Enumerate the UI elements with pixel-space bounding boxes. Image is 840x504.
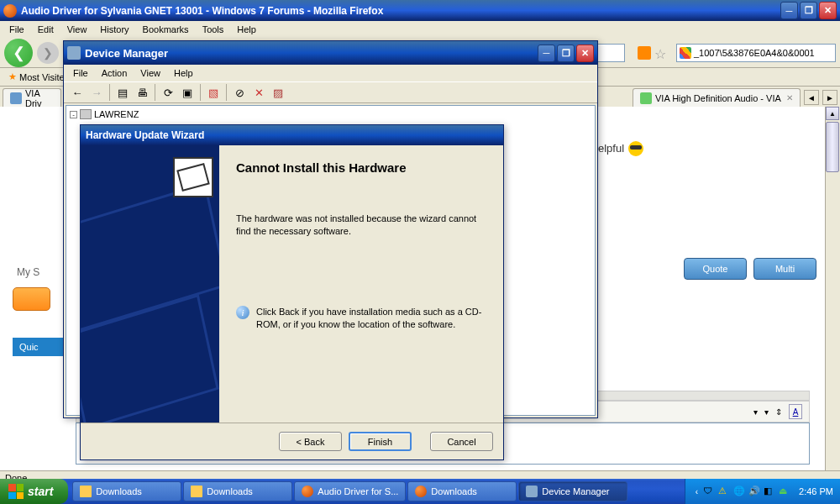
tool-enable-icon[interactable]: ✕ bbox=[249, 83, 268, 102]
devmgr-menubar: File Action View Help bbox=[64, 65, 597, 81]
wizard-message: The hardware was not installed because t… bbox=[236, 213, 486, 239]
google-icon bbox=[680, 47, 691, 59]
tray-alert-icon[interactable]: ⚠ bbox=[718, 486, 730, 497]
quick-bar: Quic bbox=[13, 338, 63, 356]
back-button[interactable]: < Back bbox=[279, 432, 342, 451]
editor-dropdown[interactable]: ▾ bbox=[753, 407, 758, 417]
tool-properties-icon[interactable]: ▤ bbox=[113, 83, 132, 102]
devmgr-toolbar: ← → ▤ 🖶 ⟳ ▣ ▧ ⊘ ✕ ▨ bbox=[64, 81, 597, 103]
tab-via-driver[interactable]: VIA Driv bbox=[3, 88, 61, 107]
tree-collapse-icon[interactable]: - bbox=[70, 111, 77, 118]
windows-logo-icon bbox=[8, 484, 24, 499]
menu-file[interactable]: File bbox=[3, 23, 31, 36]
hardware-wizard-dialog: Hardware Update Wizard Cannot Install th… bbox=[80, 124, 504, 460]
scroll-up-icon[interactable]: ▲ bbox=[826, 107, 839, 120]
cancel-button[interactable]: Cancel bbox=[430, 432, 493, 451]
maximize-button[interactable]: ❐ bbox=[800, 2, 817, 19]
tray-app-icon[interactable]: ◧ bbox=[764, 486, 775, 497]
tab-prev[interactable]: ◄ bbox=[804, 90, 819, 105]
firefox-icon bbox=[3, 4, 17, 18]
folder-icon bbox=[80, 486, 92, 497]
editor-expand-icon[interactable]: ⇕ bbox=[775, 407, 782, 417]
devmgr-icon bbox=[526, 486, 538, 497]
menu-bookmarks[interactable]: Bookmarks bbox=[136, 23, 196, 36]
firefox-icon bbox=[415, 486, 427, 497]
taskbar-downloads-2[interactable]: Downloads bbox=[183, 481, 292, 501]
start-button[interactable]: start bbox=[0, 479, 68, 504]
tab-next[interactable]: ► bbox=[822, 90, 837, 105]
tool-back-icon[interactable]: ← bbox=[68, 83, 87, 102]
taskbar-downloads-1[interactable]: Downloads bbox=[72, 481, 181, 501]
taskbar-items: Downloads Downloads Audio Driver for S..… bbox=[68, 480, 684, 502]
taskbar-firefox-downloads[interactable]: Downloads bbox=[407, 481, 517, 501]
devmgr-title: Device Manager bbox=[85, 47, 538, 60]
menu-history[interactable]: History bbox=[93, 23, 135, 36]
finish-button[interactable]: Finish bbox=[349, 432, 412, 451]
tray-network-icon[interactable]: 🌐 bbox=[733, 486, 745, 497]
tray-expand-icon[interactable]: ‹ bbox=[696, 487, 698, 496]
firefox-menubar: File Edit View History Bookmarks Tools H… bbox=[0, 21, 840, 38]
menu-action[interactable]: Action bbox=[95, 66, 134, 80]
wizard-titlebar[interactable]: Hardware Update Wizard bbox=[81, 125, 503, 145]
maximize-button[interactable]: ❐ bbox=[557, 45, 575, 62]
star-icon[interactable]: ☆ bbox=[654, 46, 668, 60]
tray-safely-remove-icon[interactable]: ⏏ bbox=[779, 486, 790, 497]
minimize-button[interactable]: ─ bbox=[538, 45, 555, 62]
menu-tools[interactable]: Tools bbox=[196, 23, 231, 36]
tool-scan-icon[interactable]: ⟳ bbox=[159, 83, 177, 102]
menu-view[interactable]: View bbox=[60, 23, 94, 36]
back-button[interactable]: ❮ bbox=[4, 39, 33, 67]
menu-file[interactable]: File bbox=[66, 66, 95, 80]
quote-button[interactable]: Quote bbox=[684, 258, 747, 280]
search-box[interactable]: _1007\5&3876E0A4&0&0001 bbox=[676, 44, 836, 62]
close-button[interactable]: ✕ bbox=[819, 2, 837, 19]
tab-icon bbox=[640, 92, 652, 104]
system-tray: ‹ 🛡 ⚠ 🌐 🔊 ◧ ⏏ 2:46 PM bbox=[685, 479, 840, 504]
computer-icon bbox=[80, 109, 92, 119]
wizard-buttons: < Back Finish Cancel bbox=[81, 423, 503, 459]
info-icon: i bbox=[236, 306, 249, 319]
close-button[interactable]: ✕ bbox=[576, 45, 594, 62]
forward-button[interactable]: ❯ bbox=[37, 42, 59, 64]
multi-button[interactable]: Multi bbox=[753, 258, 816, 280]
menu-help[interactable]: Help bbox=[230, 23, 263, 36]
tool-update-icon[interactable]: ▣ bbox=[178, 83, 197, 102]
tree-root-node[interactable]: - LAWRENZ bbox=[69, 108, 592, 120]
wizard-heading: Cannot Install this Hardware bbox=[236, 160, 486, 175]
editor-size[interactable]: ▾ bbox=[764, 407, 769, 417]
bookmark-star-icon: ★ bbox=[8, 71, 17, 82]
taskbar-firefox-audio[interactable]: Audio Driver for S... bbox=[294, 481, 406, 501]
tool-legacy-icon[interactable]: ▨ bbox=[269, 83, 287, 102]
menu-edit[interactable]: Edit bbox=[31, 23, 60, 36]
rss-icon[interactable] bbox=[638, 46, 651, 60]
taskbar: start Downloads Downloads Audio Driver f… bbox=[0, 479, 840, 504]
tray-volume-icon[interactable]: 🔊 bbox=[748, 486, 760, 497]
folder-icon bbox=[191, 486, 202, 497]
firefox-titlebar[interactable]: Audio Driver for Sylvania GNET 13001 - W… bbox=[0, 0, 840, 21]
minimize-button[interactable]: ─ bbox=[780, 2, 798, 19]
font-color-button[interactable]: A bbox=[789, 404, 802, 419]
tool-disable-icon[interactable]: ⊘ bbox=[230, 83, 249, 102]
devmgr-titlebar[interactable]: Device Manager ─ ❐ ✕ bbox=[64, 41, 597, 65]
sunglasses-emoji-icon bbox=[628, 141, 643, 156]
tab-via-audio[interactable]: VIA High Definition Audio - VIA VT33... … bbox=[633, 88, 801, 107]
wizard-sidebar bbox=[81, 145, 219, 423]
vertical-scrollbar[interactable]: ▲ bbox=[825, 107, 840, 470]
menu-view[interactable]: View bbox=[134, 66, 167, 80]
helpful-text: elpful bbox=[598, 142, 624, 155]
reply-button[interactable] bbox=[13, 287, 50, 311]
tab-icon bbox=[10, 92, 22, 104]
taskbar-device-manager[interactable]: Device Manager bbox=[518, 481, 627, 501]
search-text: _1007\5&3876E0A4&0&0001 bbox=[694, 48, 815, 58]
scroll-thumb[interactable] bbox=[826, 122, 839, 172]
menu-help[interactable]: Help bbox=[167, 66, 200, 80]
clock[interactable]: 2:46 PM bbox=[799, 486, 833, 496]
hardware-icon bbox=[173, 157, 213, 197]
firefox-title: Audio Driver for Sylvania GNET 13001 - W… bbox=[21, 5, 780, 17]
tab-close-icon[interactable]: ✕ bbox=[786, 93, 796, 103]
tool-forward-icon[interactable]: → bbox=[87, 83, 106, 102]
tray-shield-icon[interactable]: 🛡 bbox=[703, 486, 715, 497]
bookmark-most-visited[interactable]: ★ Most Visite bbox=[4, 71, 69, 83]
tool-uninstall-icon[interactable]: ▧ bbox=[204, 83, 223, 102]
tool-print-icon[interactable]: 🖶 bbox=[133, 83, 151, 102]
